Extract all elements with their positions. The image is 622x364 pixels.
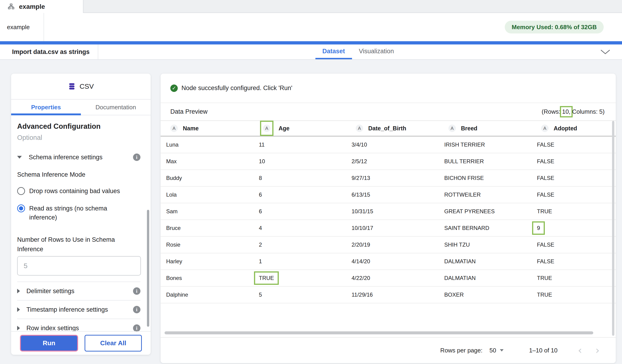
previous-page-button[interactable]: ‹ xyxy=(578,345,582,355)
group-delimiter-settings[interactable]: Delimiter settingsi xyxy=(17,282,140,300)
panel-tab-properties[interactable]: Properties xyxy=(11,100,81,115)
table-cell: SHIH TZU xyxy=(439,241,531,248)
toolbar: example Memory Used: 0.68% of 32GB xyxy=(0,13,622,41)
node-title: Import data.csv as strings xyxy=(0,44,98,59)
preview-panel: ✓ Node succesfully configured. Click 'Ru… xyxy=(161,74,616,363)
column-label: Breed xyxy=(461,125,477,132)
table-cell: FALSE xyxy=(531,258,616,265)
cell-value-annotation: TRUE xyxy=(254,271,279,285)
column-label: Age xyxy=(279,125,290,132)
table-cell: FALSE xyxy=(531,142,616,148)
project-name: example xyxy=(0,24,44,31)
table-row: Max102/5/12BULL TERRIERFALSE xyxy=(161,153,616,170)
table-cell: Dalphine xyxy=(161,291,253,298)
string-type-icon: A xyxy=(356,125,363,132)
schema-inference-mode-label: Schema Inference Mode xyxy=(17,171,140,178)
chevron-down-icon xyxy=(600,49,611,55)
column-type-annotation: A xyxy=(260,121,273,136)
group-label: Row index settings xyxy=(26,325,79,332)
table-row: Lola66/13/15ROTTWEILERFALSE xyxy=(161,187,616,203)
table-row: Dalphine511/29/16BOXERTRUE xyxy=(161,287,616,303)
table-row: Luna113/4/10IRISH TERRIERFALSE xyxy=(161,137,616,153)
table-cell: BULL TERRIER xyxy=(439,158,531,165)
node-type-label: CSV xyxy=(79,82,94,90)
table-cell: 3/4/10 xyxy=(346,142,439,148)
properties-panel: CSV PropertiesDocumentation Advanced Con… xyxy=(11,74,151,355)
table-cell: 6/13/15 xyxy=(346,191,439,198)
panel-content: Advanced Configuration Optional Schema i… xyxy=(11,115,151,337)
node-header: Import data.csv as strings DatasetVisual… xyxy=(0,44,622,60)
triangle-right-icon xyxy=(17,326,20,330)
string-type-icon: A xyxy=(541,125,548,132)
column-label: Name xyxy=(183,125,199,132)
panel-tab-documentation[interactable]: Documentation xyxy=(81,100,151,115)
view-tab-dataset[interactable]: Dataset xyxy=(315,44,352,59)
collapse-node-button[interactable] xyxy=(600,48,611,56)
table-cell: TRUE xyxy=(531,275,616,281)
info-icon[interactable]: i xyxy=(133,306,140,313)
rows-per-page-select[interactable]: 50 xyxy=(489,347,504,354)
table-cell: 1 xyxy=(253,258,346,265)
csv-database-icon xyxy=(68,82,76,90)
data-preview-title: Data Preview xyxy=(170,108,208,115)
table-cell: 9 xyxy=(531,225,616,231)
run-button[interactable]: Run xyxy=(20,335,78,351)
triangle-right-icon xyxy=(17,307,20,312)
table-cell: Bones xyxy=(161,275,253,281)
next-page-button[interactable]: › xyxy=(595,345,600,355)
schema-mode-radio-0[interactable]: Drop rows containing bad values xyxy=(17,187,140,196)
column-label: Date_of_Birth xyxy=(368,125,406,132)
table-cell: BOXER xyxy=(439,291,531,298)
radio-label: Drop rows containing bad values xyxy=(29,187,120,196)
rows-per-page-label: Rows per page: xyxy=(440,347,483,354)
table-cell: BICHON FRISE xyxy=(439,175,531,181)
triangle-right-icon xyxy=(17,289,20,293)
table-cell: 6 xyxy=(253,208,346,215)
memory-badge: Memory Used: 0.68% of 32GB xyxy=(505,21,604,34)
radio-label: Read as strings (no schema inference) xyxy=(29,204,134,222)
group-timestamp-inference-settings[interactable]: Timestamp inference settingsi xyxy=(17,300,140,319)
table-cell: FALSE xyxy=(531,241,616,248)
table-cell: 6 xyxy=(253,191,346,198)
page-range: 1–10 of 10 xyxy=(529,347,558,354)
table-cell: Max xyxy=(161,158,253,165)
panel-tabs: PropertiesDocumentation xyxy=(11,100,151,115)
table-cell: 2/5/12 xyxy=(346,158,439,165)
triangle-down-icon xyxy=(17,156,22,159)
table-row: Harley14/14/20DALMATIANFALSE xyxy=(161,253,616,270)
info-icon[interactable]: i xyxy=(133,287,140,295)
table-cell: 10/10/17 xyxy=(346,225,439,231)
view-tab-visualization[interactable]: Visualization xyxy=(352,44,401,59)
node-type-header: CSV xyxy=(11,74,151,100)
rows-count-input[interactable] xyxy=(17,256,141,275)
advanced-configuration-subtitle: Optional xyxy=(17,134,140,142)
schema-inference-settings-group[interactable]: Schema inference settings i xyxy=(17,154,140,161)
window-tab[interactable]: example xyxy=(0,0,83,13)
string-type-icon: A xyxy=(170,125,178,132)
window-tab-bar: example xyxy=(0,0,622,13)
table-cell: 11/29/16 xyxy=(346,291,439,298)
pagination-bar: Rows per page: 50 1–10 of 10 ‹ › xyxy=(161,337,616,363)
table-cell: ROTTWEILER xyxy=(439,191,531,198)
table-body: Luna113/4/10IRISH TERRIERFALSEMax102/5/1… xyxy=(161,137,616,303)
table-cell: 5 xyxy=(253,291,346,298)
column-label: Adopted xyxy=(554,125,577,132)
panel-scrollbar-thumb[interactable] xyxy=(147,210,149,327)
info-icon[interactable]: i xyxy=(133,324,140,332)
rows-per-page-value: 50 xyxy=(489,347,496,354)
radio-selected-icon[interactable] xyxy=(17,204,25,212)
info-icon[interactable]: i xyxy=(133,154,140,161)
table-cell: FALSE xyxy=(531,191,616,198)
table-cell: TRUE xyxy=(531,291,616,298)
table-cell: 4 xyxy=(253,225,346,231)
schema-mode-radio-1[interactable]: Read as strings (no schema inference) xyxy=(17,204,140,222)
vertical-scrollbar-thumb[interactable] xyxy=(612,121,614,336)
radio-unselected-icon[interactable] xyxy=(17,187,25,195)
table-cell: Lola xyxy=(161,191,253,198)
advanced-configuration-title: Advanced Configuration xyxy=(17,122,140,131)
table-cell: TRUE xyxy=(253,275,346,281)
horizontal-scrollbar-thumb[interactable] xyxy=(165,331,593,334)
column-header-age: AAge xyxy=(253,125,346,132)
clear-all-button[interactable]: Clear All xyxy=(85,335,142,351)
table-cell: Luna xyxy=(161,142,253,148)
